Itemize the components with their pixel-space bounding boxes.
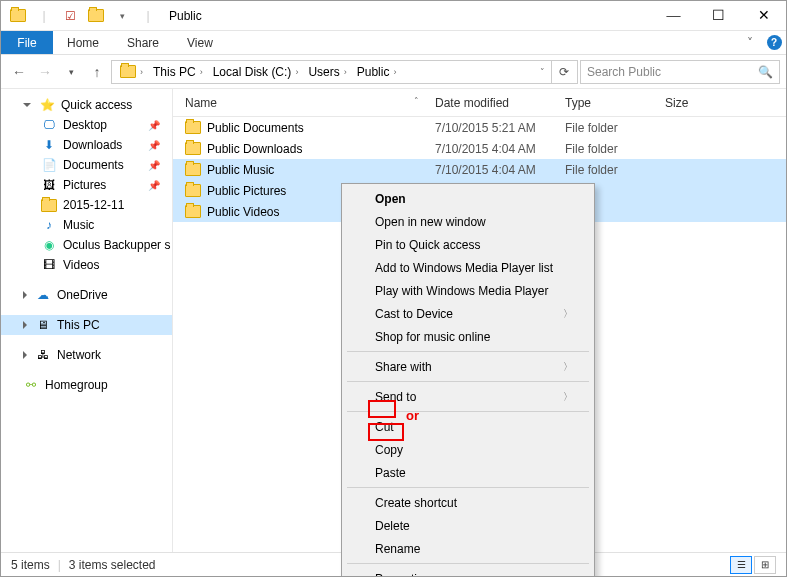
sidebar-item-folder[interactable]: 2015-12-11 — [1, 195, 172, 215]
menu-item[interactable]: Pin to Quick access — [345, 233, 591, 256]
menu-item-label: Shop for music online — [375, 330, 490, 344]
column-date[interactable]: Date modified — [429, 96, 559, 110]
submenu-arrow-icon: 〉 — [563, 360, 573, 374]
menu-item[interactable]: Shop for music online — [345, 325, 591, 348]
search-input[interactable]: Search Public 🔍 — [580, 60, 780, 84]
breadcrumb-seg[interactable]: This PC› — [147, 61, 207, 83]
submenu-arrow-icon: 〉 — [563, 307, 573, 321]
breadcrumb-seg[interactable]: Local Disk (C:)› — [207, 61, 303, 83]
folder-icon — [185, 121, 201, 134]
file-date: 7/10/2015 5:21 AM — [429, 121, 559, 135]
column-type[interactable]: Type — [559, 96, 659, 110]
address-bar[interactable]: › This PC› Local Disk (C:)› Users› Publi… — [111, 60, 578, 84]
forward-button[interactable]: → — [33, 60, 57, 84]
menu-item-label: Share with — [375, 360, 432, 374]
menu-item[interactable]: Play with Windows Media Player — [345, 279, 591, 302]
address-dropdown-icon[interactable]: ˅ — [533, 61, 551, 83]
menu-item[interactable]: Open in new window — [345, 210, 591, 233]
menu-item-label: Create shortcut — [375, 496, 457, 510]
close-button[interactable]: ✕ — [741, 1, 786, 30]
minimize-button[interactable]: — — [651, 1, 696, 30]
menu-separator — [347, 411, 589, 412]
menu-item[interactable]: Share with〉 — [345, 355, 591, 378]
menu-item-label: Send to — [375, 390, 416, 404]
sidebar-item-videos[interactable]: 🎞Videos — [1, 255, 172, 275]
folder-icon — [185, 163, 201, 176]
file-name: Public Documents — [207, 121, 304, 135]
menu-item[interactable]: Copy — [345, 438, 591, 461]
file-type: File folder — [559, 163, 659, 177]
sidebar-item-documents[interactable]: 📄Documents📌 — [1, 155, 172, 175]
file-row[interactable]: Public Downloads 7/10/2015 4:04 AM File … — [173, 138, 786, 159]
qat-properties-icon[interactable]: ☑ — [59, 5, 81, 27]
sidebar-item-app[interactable]: ◉Oculus Backupper s — [1, 235, 172, 255]
menu-item[interactable]: Rename — [345, 537, 591, 560]
menu-item[interactable]: Add to Windows Media Player list — [345, 256, 591, 279]
address-toolbar: ← → ▾ ↑ › This PC› Local Disk (C:)› User… — [1, 55, 786, 89]
file-date: 7/10/2015 4:04 AM — [429, 142, 559, 156]
sidebar-item-downloads[interactable]: ⬇Downloads📌 — [1, 135, 172, 155]
sidebar-homegroup[interactable]: ⚯Homegroup — [1, 375, 172, 395]
menu-separator — [347, 351, 589, 352]
menu-item[interactable]: Properties — [345, 567, 591, 577]
maximize-button[interactable]: ☐ — [696, 1, 741, 30]
sidebar-this-pc[interactable]: 🖥This PC — [1, 315, 172, 335]
file-row[interactable]: Public Documents 7/10/2015 5:21 AM File … — [173, 117, 786, 138]
menu-separator — [347, 487, 589, 488]
menu-separator — [347, 381, 589, 382]
folder-icon-2 — [85, 5, 107, 27]
menu-item[interactable]: Paste — [345, 461, 591, 484]
file-row[interactable]: Public Music 7/10/2015 4:04 AM File fold… — [173, 159, 786, 180]
sidebar-quick-access[interactable]: ⭐Quick access — [1, 95, 172, 115]
column-size[interactable]: Size — [659, 96, 739, 110]
breadcrumb-root-icon[interactable]: › — [114, 61, 147, 83]
menu-item-label: Open — [375, 192, 406, 206]
file-tab[interactable]: File — [1, 31, 53, 54]
sidebar-network[interactable]: 🖧Network — [1, 345, 172, 365]
tab-home[interactable]: Home — [53, 31, 113, 54]
ribbon-tabs: File Home Share View ˅ ? — [1, 31, 786, 55]
tab-view[interactable]: View — [173, 31, 227, 54]
thumbnails-view-button[interactable]: ⊞ — [754, 556, 776, 574]
breadcrumb-seg[interactable]: Users› — [302, 61, 350, 83]
folder-icon — [185, 205, 201, 218]
help-icon[interactable]: ? — [762, 31, 786, 54]
folder-icon — [7, 5, 29, 27]
menu-item[interactable]: Cast to Device〉 — [345, 302, 591, 325]
up-button[interactable]: ↑ — [85, 60, 109, 84]
menu-item-label: Paste — [375, 466, 406, 480]
window-title: Public — [169, 9, 202, 23]
menu-item[interactable]: Send to〉 — [345, 385, 591, 408]
sidebar-item-music[interactable]: ♪Music — [1, 215, 172, 235]
recent-locations-dropdown[interactable]: ▾ — [59, 60, 83, 84]
tab-share[interactable]: Share — [113, 31, 173, 54]
file-name: Public Music — [207, 163, 274, 177]
search-placeholder: Search Public — [587, 65, 661, 79]
menu-item-label: Pin to Quick access — [375, 238, 480, 252]
menu-item-label: Play with Windows Media Player — [375, 284, 548, 298]
sidebar-onedrive[interactable]: ☁OneDrive — [1, 285, 172, 305]
column-name[interactable]: Name˄ — [179, 96, 429, 110]
back-button[interactable]: ← — [7, 60, 31, 84]
file-name: Public Videos — [207, 205, 280, 219]
qat-separator: | — [33, 5, 55, 27]
file-name: Public Pictures — [207, 184, 286, 198]
menu-item-label: Open in new window — [375, 215, 486, 229]
menu-item[interactable]: Create shortcut — [345, 491, 591, 514]
sidebar-item-desktop[interactable]: 🖵Desktop📌 — [1, 115, 172, 135]
menu-item[interactable]: Delete — [345, 514, 591, 537]
qat-dropdown-icon[interactable]: ▾ — [111, 5, 133, 27]
sidebar-item-pictures[interactable]: 🖼Pictures📌 — [1, 175, 172, 195]
menu-item-label: Add to Windows Media Player list — [375, 261, 553, 275]
folder-icon — [185, 142, 201, 155]
menu-item[interactable]: Open — [345, 187, 591, 210]
breadcrumb-seg[interactable]: Public› — [351, 61, 401, 83]
status-selected-count: 3 items selected — [69, 558, 156, 572]
menu-item-label: Copy — [375, 443, 403, 457]
menu-item-label: Properties — [375, 572, 430, 578]
refresh-button[interactable]: ⟳ — [551, 61, 575, 83]
file-type: File folder — [559, 142, 659, 156]
menu-item[interactable]: Cut — [345, 415, 591, 438]
details-view-button[interactable]: ☰ — [730, 556, 752, 574]
expand-ribbon-icon[interactable]: ˅ — [738, 31, 762, 54]
